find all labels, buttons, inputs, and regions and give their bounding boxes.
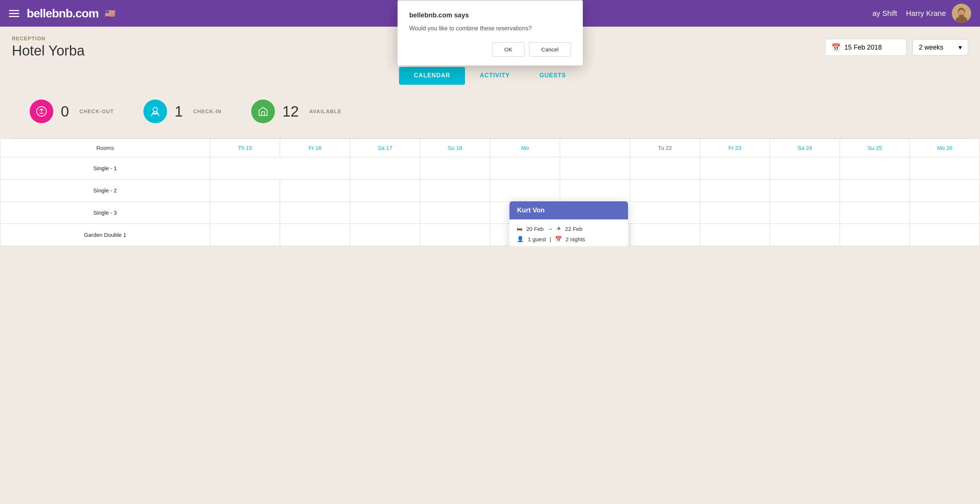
dialog-overlay: bellebnb.com says Would you like to comb… (0, 0, 980, 246)
cancel-button[interactable]: Cancel (529, 42, 571, 57)
ok-button[interactable]: OK (492, 42, 525, 57)
dialog-buttons: OK Cancel (409, 42, 571, 57)
dialog-box: bellebnb.com says Would you like to comb… (398, 0, 583, 65)
dialog-title: bellebnb.com says (409, 11, 571, 19)
dialog-message: Would you like to combine these reservat… (409, 25, 571, 32)
